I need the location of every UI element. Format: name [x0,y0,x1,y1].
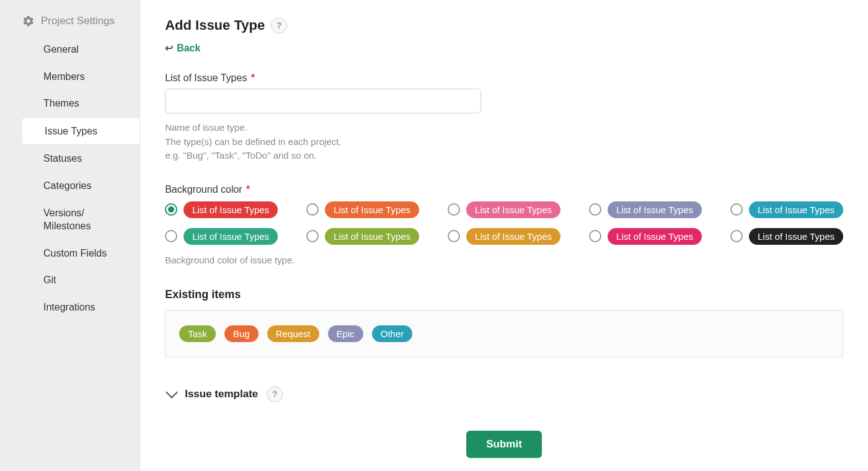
radio-button[interactable] [730,203,743,216]
color-field: Background color * List of Issue TypesLi… [165,184,843,268]
sidebar-item-label: General [43,44,79,55]
issue-template-title: Issue template [185,388,258,400]
sidebar: Project Settings General Members Themes … [0,0,140,471]
color-swatch-pill: List of Issue Types [749,228,843,245]
submit-button[interactable]: Submit [466,431,542,458]
color-option-3[interactable]: List of Issue Types [589,201,702,218]
page-title: Add Issue Type [165,17,265,33]
issue-type-name-input[interactable] [165,89,481,113]
sidebar-item-issue-types[interactable]: Issue Types [22,117,140,146]
existing-item-pill: Task [179,325,216,342]
sidebar-item-label: Versions/ Milestones [43,208,91,232]
sidebar-item-members[interactable]: Members [0,63,140,90]
main-content: Add Issue Type ? ↩ Back List of Issue Ty… [140,0,868,471]
chevron-down-icon [166,386,178,398]
sidebar-item-integrations[interactable]: Integrations [0,294,140,321]
sidebar-item-themes[interactable]: Themes [0,90,140,117]
radio-button[interactable] [448,203,460,216]
sidebar-item-label: Categories [43,180,91,191]
color-option-4[interactable]: List of Issue Types [730,201,843,218]
existing-item-pill: Epic [328,325,363,342]
radio-button[interactable] [306,230,319,242]
sidebar-title: Project Settings [41,15,115,27]
sidebar-item-label: Issue Types [45,126,97,136]
existing-items-box: TaskBugRequestEpicOther [165,310,843,358]
sidebar-item-git[interactable]: Git [0,266,140,294]
radio-button[interactable] [589,230,601,242]
help-icon[interactable]: ? [271,17,287,33]
color-option-7[interactable]: List of Issue Types [448,228,560,245]
radio-button[interactable] [448,230,460,242]
required-mark: * [248,73,255,83]
color-swatch-pill: List of Issue Types [608,228,702,245]
color-swatch-pill: List of Issue Types [184,201,278,218]
issue-template-toggle[interactable]: Issue template ? [165,386,843,402]
required-mark: * [244,184,250,195]
color-swatch-pill: List of Issue Types [184,228,278,245]
existing-item-pill: Other [372,325,413,342]
color-help-text: Background color of issue type. [165,253,843,268]
sidebar-item-label: Statuses [43,153,82,164]
color-option-9[interactable]: List of Issue Types [730,228,843,245]
radio-button[interactable] [165,230,177,242]
existing-items-title: Existing items [165,288,843,301]
back-link[interactable]: ↩ Back [165,42,200,54]
sidebar-item-label: Custom Fields [43,248,107,258]
color-swatch-pill: List of Issue Types [466,201,560,218]
sidebar-item-categories[interactable]: Categories [0,172,140,200]
page-header: Add Issue Type ? [165,17,843,33]
radio-button[interactable] [306,203,319,216]
color-option-2[interactable]: List of Issue Types [448,201,560,218]
radio-button[interactable] [165,203,177,216]
submit-row: Submit [165,431,843,458]
color-swatch-pill: List of Issue Types [466,228,560,245]
back-label: Back [177,43,200,54]
color-options: List of Issue TypesList of Issue TypesLi… [165,201,843,245]
gear-icon [22,15,35,27]
radio-button[interactable] [589,203,601,216]
sidebar-item-label: Themes [43,98,79,108]
name-field: List of Issue Types * Name of issue type… [165,73,843,163]
sidebar-item-custom-fields[interactable]: Custom Fields [0,240,140,267]
color-option-6[interactable]: List of Issue Types [306,228,419,245]
sidebar-item-versions[interactable]: Versions/ Milestones [0,200,99,240]
sidebar-item-general[interactable]: General [0,36,140,63]
sidebar-item-label: Git [43,275,56,285]
color-swatch-pill: List of Issue Types [325,228,419,245]
color-option-0[interactable]: List of Issue Types [165,201,278,218]
color-field-label: Background color * [165,184,843,195]
sidebar-nav: General Members Themes Issue Types Statu… [0,36,140,321]
name-help-text: Name of issue type. The type(s) can be d… [165,121,843,163]
color-swatch-pill: List of Issue Types [325,201,419,218]
existing-item-pill: Request [267,325,319,342]
sidebar-item-label: Integrations [43,302,95,312]
sidebar-item-statuses[interactable]: Statuses [0,145,140,172]
help-icon[interactable]: ? [267,386,283,402]
name-field-label: List of Issue Types * [165,73,843,84]
color-option-5[interactable]: List of Issue Types [165,228,278,245]
undo-icon: ↩ [165,42,173,54]
sidebar-item-label: Members [43,71,85,82]
color-option-1[interactable]: List of Issue Types [306,201,419,218]
color-swatch-pill: List of Issue Types [608,201,702,218]
existing-item-pill: Bug [224,325,259,342]
radio-button[interactable] [730,230,743,242]
sidebar-header: Project Settings [0,15,140,36]
color-swatch-pill: List of Issue Types [749,201,843,218]
color-option-8[interactable]: List of Issue Types [589,228,702,245]
